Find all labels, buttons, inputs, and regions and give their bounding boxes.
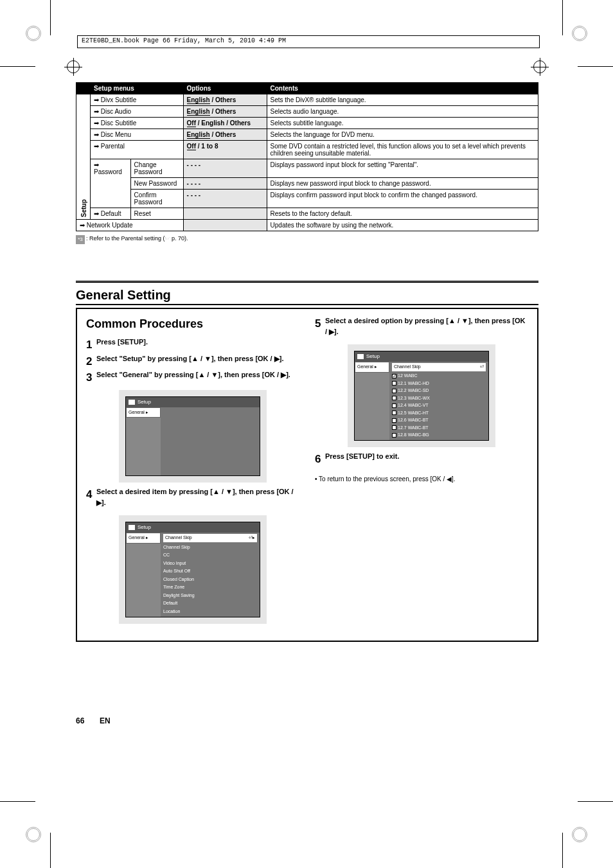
- registration-cross: [531, 58, 549, 76]
- menu-sublabel: Change Password: [130, 159, 183, 178]
- crop-mark: [562, 833, 563, 868]
- page-lang-label: EN: [100, 716, 111, 725]
- menu-label: ➡ Disc Menu: [91, 129, 184, 141]
- page-number: 66: [76, 716, 84, 725]
- crop-mark: [0, 801, 35, 802]
- option-cell: [183, 208, 267, 220]
- th-menus: Setup menus: [91, 83, 184, 94]
- menu-label: ➡ Parental: [91, 141, 184, 159]
- footnote: *3 : Refer to the Parental setting (☞ p.…: [76, 235, 538, 242]
- registration-mark: [572, 26, 587, 41]
- registration-mark: [26, 26, 41, 41]
- option-cell: [183, 220, 267, 231]
- menu-label: ➡ Divx Subtitle: [91, 94, 184, 106]
- table-row: New Password- - - -Displays new password…: [76, 178, 538, 190]
- crop-mark: [50, 0, 51, 35]
- th-options: Options: [183, 83, 267, 94]
- step: 2Select "Setup" by pressing [▲ / ▼], the…: [86, 353, 299, 370]
- desc-cell: Resets to the factory default.: [267, 208, 538, 220]
- desc-cell: Displays password input block for settin…: [267, 159, 538, 178]
- crop-mark: [0, 66, 35, 67]
- desc-cell: Some DVD contain a restricted level, thi…: [267, 141, 538, 159]
- asterisk-badge: *3: [76, 235, 85, 244]
- menu-label: ➡ Network Update: [76, 220, 184, 231]
- return-note: • To return to the previous screen, pres…: [315, 474, 528, 484]
- crop-mark: [578, 801, 613, 802]
- step: 3Select "General" by pressing [▲ / ▼], t…: [86, 369, 299, 386]
- registration-mark: [572, 827, 587, 842]
- menu-label: ➡ Password: [91, 159, 131, 208]
- menu-sublabel: Confirm Password: [130, 190, 183, 208]
- step: 4Select a desired item by pressing [▲ / …: [86, 486, 299, 511]
- procedures-panel: Common Procedures 1Press [SETUP].2Select…: [76, 308, 538, 642]
- option-cell: Off / 1 to 8: [183, 141, 267, 159]
- panel-title: Common Procedures: [86, 315, 299, 333]
- table-row: Confirm Password- - - -Displays confirm …: [76, 190, 538, 208]
- crop-mark: [578, 66, 613, 67]
- option-cell: English / Others: [183, 94, 267, 106]
- desc-cell: Displays confirm password input block to…: [267, 190, 538, 208]
- step: 5Select a desired option by pressing [▲ …: [315, 315, 528, 341]
- menu-label: ➡ Default: [91, 208, 131, 220]
- table-row: ➡ Network UpdateUpdates the software by …: [76, 220, 538, 231]
- table-row: ➡ PasswordChange Password- - - -Displays…: [76, 159, 538, 178]
- option-cell: - - - -: [183, 178, 267, 190]
- option-cell: Off / English / Others: [183, 118, 267, 129]
- option-cell: - - - -: [183, 159, 267, 178]
- crop-mark: [50, 833, 51, 868]
- option-cell: - - - -: [183, 190, 267, 208]
- step: 6Press [SETUP] to exit.: [315, 451, 528, 468]
- menu-label: ➡ Disc Subtitle: [91, 118, 184, 129]
- desc-cell: Updates the software by using the networ…: [267, 220, 538, 231]
- print-header: E2TE0BD_EN.book Page 66 Friday, March 5,…: [77, 35, 540, 48]
- menu-label: ➡ Disc Audio: [91, 106, 184, 118]
- desc-cell: Sets the DivX® subtitle language.: [267, 94, 538, 106]
- section-title: General Setting: [76, 288, 538, 305]
- settings-table: Setup menusOptionsContents Setup➡ Divx S…: [76, 82, 538, 231]
- table-row: ➡ ParentalOff / 1 to 8Some DVD contain a…: [76, 141, 538, 159]
- desc-cell: Displays new password input block to cha…: [267, 178, 538, 190]
- table-row: ➡ DefaultResetResets to the factory defa…: [76, 208, 538, 220]
- menu-sublabel: New Password: [130, 178, 183, 190]
- table-row: ➡ Disc SubtitleOff / English / OthersSel…: [76, 118, 538, 129]
- th-contents: Contents: [267, 83, 538, 94]
- table-row: Setup➡ Divx SubtitleEnglish / OthersSets…: [76, 94, 538, 106]
- table-row: ➡ Disc MenuEnglish / OthersSelects the l…: [76, 129, 538, 141]
- menu-sublabel: Reset: [130, 208, 183, 220]
- registration-cross: [64, 58, 82, 76]
- section-divider: [76, 280, 538, 283]
- option-cell: English / Others: [183, 106, 267, 118]
- desc-cell: Selects audio language.: [267, 106, 538, 118]
- option-cell: English / Others: [183, 129, 267, 141]
- crop-mark: [562, 0, 563, 35]
- desc-cell: Selects the language for DVD menu.: [267, 129, 538, 141]
- desc-cell: Selects subtitle language.: [267, 118, 538, 129]
- table-row: ➡ Disc AudioEnglish / OthersSelects audi…: [76, 106, 538, 118]
- step: 1Press [SETUP].: [86, 337, 299, 353]
- group-label: Setup: [76, 94, 91, 220]
- registration-mark: [26, 827, 41, 842]
- footnote-text: : Refer to the Parental setting (☞ p. 70…: [86, 235, 188, 242]
